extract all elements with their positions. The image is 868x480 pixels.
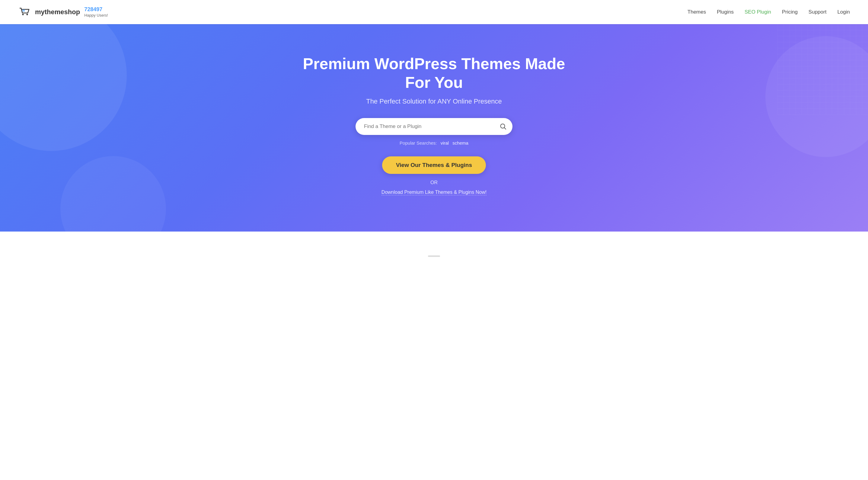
search-input[interactable] xyxy=(355,118,513,135)
logo-area: M mythemeshop 728497 Happy Users! xyxy=(18,6,108,19)
scroll-indicator xyxy=(428,256,440,257)
svg-line-5 xyxy=(504,127,506,129)
logo-text: mythemeshop xyxy=(35,8,80,16)
download-link[interactable]: Download Premium Like Themes & Plugins N… xyxy=(381,189,487,195)
hero-decoration-grid xyxy=(777,24,868,115)
search-button[interactable] xyxy=(499,122,508,131)
svg-text:M: M xyxy=(22,9,25,12)
popular-search-viral[interactable]: viral xyxy=(441,140,449,146)
main-nav: Themes Plugins SEO Plugin Pricing Suppor… xyxy=(687,9,850,15)
search-icon xyxy=(500,123,506,130)
hero-title: Premium WordPress Themes Made For You xyxy=(298,54,570,92)
user-count: 728497 xyxy=(84,6,108,13)
nav-item-support[interactable]: Support xyxy=(809,9,827,15)
cta-view-themes-button[interactable]: View Our Themes & Plugins xyxy=(382,156,486,174)
search-container xyxy=(355,118,513,135)
user-count-label: Happy Users! xyxy=(84,13,108,18)
nav-item-pricing[interactable]: Pricing xyxy=(782,9,798,15)
logo-icon[interactable]: M xyxy=(18,6,31,19)
site-header: M mythemeshop 728497 Happy Users! Themes… xyxy=(0,0,868,24)
nav-item-plugins[interactable]: Plugins xyxy=(717,9,734,15)
bottom-area xyxy=(0,232,868,262)
nav-item-login[interactable]: Login xyxy=(837,9,850,15)
logo-brand-bold: themeshop xyxy=(45,8,80,16)
hero-decoration-circle xyxy=(60,156,166,232)
nav-item-seo-plugin[interactable]: SEO Plugin xyxy=(745,9,771,15)
user-count-block: 728497 Happy Users! xyxy=(84,6,108,18)
popular-search-schema[interactable]: schema xyxy=(453,140,468,146)
nav-item-themes[interactable]: Themes xyxy=(687,9,706,15)
svg-point-1 xyxy=(22,14,24,16)
hero-section: Premium WordPress Themes Made For You Th… xyxy=(0,24,868,232)
popular-searches-label: Popular Searches: xyxy=(400,140,437,146)
logo-brand-first: my xyxy=(35,8,45,16)
hero-subtitle: The Perfect Solution for ANY Online Pres… xyxy=(366,97,502,106)
svg-point-2 xyxy=(27,14,28,16)
or-divider: OR xyxy=(430,180,438,185)
popular-searches: Popular Searches: viral schema xyxy=(400,140,468,146)
